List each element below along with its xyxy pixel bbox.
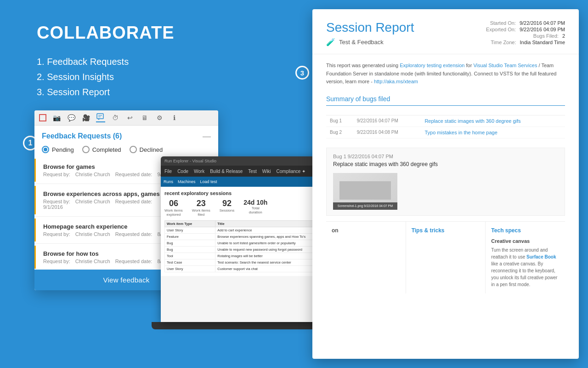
- meta-tz-label: Time Zone:: [491, 40, 516, 45]
- bottom-panel-on-title: on: [332, 227, 400, 234]
- meta-exported-on: Exported On: 9/22/2016 04:09 PM: [486, 27, 565, 32]
- menu-label-2: Session Insights: [47, 72, 114, 82]
- undo-icon[interactable]: ↩: [125, 113, 135, 122]
- menu-number-1: 1.: [37, 57, 47, 67]
- bugs-col-desc: [421, 111, 565, 115]
- meta-started-label: Started On:: [490, 20, 516, 26]
- requester-label-1: Request by:: [43, 199, 72, 204]
- learn-more-link[interactable]: http://aka.ms/xteam: [374, 79, 418, 84]
- vs-nav-runs[interactable]: Runs: [164, 179, 173, 184]
- filter-completed-label: Completed: [92, 146, 121, 153]
- requester-3: Christie Church: [75, 259, 110, 264]
- meta-timezone: Time Zone: India Standard Time: [486, 40, 565, 45]
- report-header-left: Session Report 🧪 Test & Feedback: [326, 20, 414, 46]
- vs-stat-0: 06 Work itemsexplored: [164, 199, 183, 217]
- report-description: This report was generated using Explorat…: [326, 62, 565, 86]
- bug-row-1: Bug 2 9/22/2016 04:08 PM Typo mistakes i…: [326, 126, 565, 138]
- camera-icon[interactable]: 📷: [52, 113, 61, 122]
- timer-icon[interactable]: ⏱: [111, 113, 120, 122]
- filter-declined[interactable]: Declined: [130, 146, 163, 153]
- comment-icon[interactable]: 💬: [67, 113, 76, 122]
- video-icon[interactable]: 🎥: [81, 113, 90, 122]
- radio-declined: [130, 146, 137, 153]
- filter-completed[interactable]: Completed: [82, 146, 121, 153]
- bottom-panel-tips[interactable]: Tips & tricks: [406, 222, 486, 294]
- bug-detail-header: Bug 1 9/22/2016 04:07 PM: [333, 154, 558, 159]
- creative-canvas-title: Creative canvas: [491, 237, 560, 245]
- screenshot-filename: Screenshot-1.png 9/22/2016 04:07 PM: [338, 204, 393, 207]
- vs-stat-num-1: 23: [192, 199, 210, 208]
- badge-3: 3: [295, 66, 309, 80]
- report-header: Session Report 🧪 Test & Feedback Started…: [312, 9, 579, 54]
- vs-nav-machines[interactable]: Machines: [178, 179, 196, 184]
- bug-row-0: Bug 1 9/22/2016 04:07 PM Replace static …: [326, 115, 565, 126]
- vs-menu-work[interactable]: Work: [194, 169, 204, 174]
- bottom-panel-on: on: [326, 222, 406, 294]
- bug-date-0: 9/22/2016 04:07 PM: [353, 115, 421, 126]
- surface-book-highlight: Surface Book: [526, 254, 556, 259]
- bug-date-1: 9/22/2016 04:08 PM: [353, 126, 421, 138]
- collapse-button[interactable]: —: [203, 132, 211, 140]
- vs-stat-1: 23 Work itemsfiled: [192, 199, 210, 217]
- vs-stat-label-3: Totalduration: [243, 206, 267, 214]
- panel-toolbar: 📷 💬 🎥 ⏱ ↩ 🖥 ⚙ ℹ: [34, 110, 218, 126]
- radio-inner-pending: [44, 148, 47, 151]
- vs-menu-test[interactable]: Test: [248, 169, 256, 174]
- vsts-link[interactable]: Visual Studio Team Services: [473, 63, 537, 68]
- badge-3-circle: 3: [295, 66, 309, 80]
- radio-completed: [82, 146, 90, 153]
- bug-detail-panel: Bug 1 9/22/2016 04:07 PM Replace static …: [326, 148, 565, 216]
- filter-pending-label: Pending: [52, 146, 74, 153]
- vs-menu-code[interactable]: Code: [177, 169, 188, 174]
- screenshot-image-area: [339, 181, 391, 200]
- bottom-panel-tech[interactable]: Tech specs Creative canvas Turn the scre…: [486, 222, 565, 294]
- meta-bugs-value: 2: [562, 33, 565, 39]
- feedback-icon[interactable]: [96, 113, 105, 122]
- bug-desc-0[interactable]: Replace static images with 360 degree gi…: [421, 115, 565, 126]
- bottom-panel-tech-title: Tech specs: [491, 227, 560, 234]
- vs-stat-2: 92 Sessions: [220, 199, 234, 217]
- collaborate-title: COLLABORATE: [37, 23, 230, 43]
- requester-label-2: Request by:: [43, 231, 72, 237]
- report-body: This report was generated using Explorat…: [312, 54, 579, 301]
- vs-menu-file[interactable]: File: [164, 169, 172, 174]
- radio-pending: [42, 146, 49, 153]
- panel-title: Feedback Requests (6): [42, 132, 122, 140]
- requester-2: Christie Church: [75, 231, 110, 237]
- bug-detail-date: 9/22/2016 04:07 PM: [348, 154, 393, 159]
- report-meta: Started On: 9/22/2016 04:07 PM Exported …: [486, 20, 565, 46]
- filter-pending[interactable]: Pending: [42, 146, 74, 153]
- meta-bugs-filed: Bugs Filed: 2: [486, 33, 565, 39]
- record-icon[interactable]: [39, 114, 46, 121]
- bug-detail-id: Bug 1: [333, 154, 346, 159]
- vs-menu-build[interactable]: Build & Release: [210, 169, 243, 174]
- requester-0: Christie Church: [75, 172, 110, 177]
- screen-icon[interactable]: 🖥: [140, 113, 149, 122]
- vs-menu-wiki[interactable]: Wiki: [262, 169, 271, 174]
- menu-item-1: 1. Feedback Requests: [37, 57, 230, 67]
- settings-icon[interactable]: ⚙: [155, 113, 164, 122]
- col-type: Work item Type: [165, 221, 215, 227]
- menu-label-3: Session Report: [47, 87, 110, 97]
- date-label-1: Requested date:: [115, 199, 153, 204]
- bottom-panel-tips-title: Tips & tricks: [412, 227, 480, 234]
- report-subtitle-text: Test & Feedback: [339, 39, 384, 46]
- menu-list: 1. Feedback Requests 2. Session Insights…: [37, 57, 230, 98]
- date-1: 9/1/2016: [43, 204, 63, 210]
- report-bottom-panels: on Tips & tricks Tech specs Creative can…: [326, 221, 565, 294]
- panel-header: Feedback Requests (6) —: [34, 126, 218, 144]
- meta-tz-value: India Standard Time: [520, 40, 565, 45]
- vs-menu-compliance[interactable]: Compliance ✦: [277, 169, 306, 174]
- date-label-2: Requested date:: [115, 231, 154, 237]
- bugs-col-id: [326, 111, 353, 115]
- vs-nav-loadtest[interactable]: Load test: [200, 179, 217, 184]
- bugs-col-date: [353, 111, 421, 115]
- report-title: Session Report: [326, 20, 414, 35]
- report-subtitle: 🧪 Test & Feedback: [326, 38, 414, 46]
- bug-desc-1[interactable]: Typo mistakes in the home page: [421, 126, 565, 138]
- vs-title-text: Run Explorer - Visual Studio: [164, 159, 216, 163]
- ext-link[interactable]: Exploratory testing extension: [400, 63, 464, 68]
- info-icon[interactable]: ℹ: [170, 113, 179, 122]
- meta-exported-value: 9/22/2016 04:09 PM: [520, 27, 565, 32]
- menu-number-2: 2.: [37, 72, 47, 82]
